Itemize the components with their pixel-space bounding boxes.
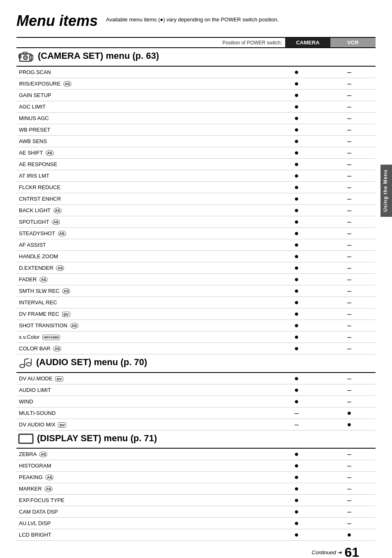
dv-badge: DV	[55, 376, 63, 382]
table-row: FLCKR REDUCE●–	[16, 182, 376, 193]
camera-availability: ●	[270, 239, 323, 251]
as-badge: AS	[52, 219, 60, 225]
menu-item-name: D.EXTENDER AS	[16, 262, 270, 274]
vcr-availability: –	[323, 170, 376, 182]
svg-point-9	[26, 363, 31, 366]
vcr-availability: –	[323, 331, 376, 343]
table-row: SPOTLIGHT AS●–	[16, 216, 376, 228]
vcr-availability: –	[323, 228, 376, 239]
as-badge: AS	[45, 475, 53, 480]
camera-availability: ●	[270, 320, 323, 331]
table-row: x.v.Color HDV1080i●–	[16, 331, 376, 343]
camera-availability: ●	[270, 448, 323, 460]
vcr-availability: –	[323, 90, 376, 101]
camera-availability: ●	[270, 384, 323, 396]
camera-availability: ●	[270, 216, 323, 228]
camera-availability: ●	[270, 136, 323, 147]
table-row: EXP.FOCUS TYPE●–	[16, 495, 376, 506]
header-description: Available menu items (●) vary depending …	[106, 16, 279, 24]
svg-point-3	[23, 56, 28, 60]
vcr-availability: –	[323, 262, 376, 274]
as-badge: AS	[53, 208, 62, 213]
dv-badge: DV	[58, 422, 66, 428]
menu-item-name: STEADYSHOT AS	[16, 228, 270, 239]
svg-rect-11	[19, 434, 33, 443]
as-badge: AS	[39, 277, 48, 282]
svg-point-6	[20, 364, 25, 368]
table-row: SMTH SLW REC AS●–	[16, 285, 376, 297]
table-row: DV AUDIO MIX DV–●	[16, 419, 376, 431]
table-row: AE SHIFT AS●–	[16, 147, 376, 159]
as-badge: AS	[56, 265, 64, 271]
table-row: STEADYSHOT AS●–	[16, 228, 376, 239]
table-row: FADER AS●–	[16, 274, 376, 285]
camera-availability: ●	[270, 518, 323, 529]
camera-column-header: CAMERA	[285, 38, 330, 47]
section-header-display_set: (DISPLAY SET) menu (p. 71)	[16, 431, 376, 449]
camera-availability: ●	[270, 274, 323, 285]
menu-item-name: HISTOGRAM	[16, 460, 270, 472]
vcr-availability: –	[323, 159, 376, 170]
table-row: WB PRESET●–	[16, 124, 376, 136]
vcr-availability: –	[323, 343, 376, 354]
section-title-audio_set: (AUDIO SET) menu (p. 70)	[36, 357, 147, 367]
hdv-badge: HDV1080i	[42, 335, 60, 340]
camera-availability: ●	[270, 308, 323, 320]
as-badge: AS	[44, 486, 53, 492]
table-row: CNTRST ENHCR●–	[16, 193, 376, 205]
menu-item-name: DV AU.MODE DV	[16, 373, 270, 384]
table-row: SHOT TRANSITION AS●–	[16, 320, 376, 331]
vcr-availability: –	[323, 147, 376, 159]
footer: Continued ➜ 61	[16, 545, 376, 558]
as-badge: AS	[46, 150, 54, 156]
camera-availability: ●	[270, 124, 323, 136]
table-row: BACK LIGHT AS●–	[16, 205, 376, 216]
camera-availability: ●	[270, 147, 323, 159]
menu-item-name: AT IRIS LMT	[16, 170, 270, 182]
menu-item-name: AWB SENS	[16, 136, 270, 147]
camera-availability: ●	[270, 506, 323, 518]
menu-item-name: ZEBRA AS	[16, 448, 270, 460]
camera-availability: ●	[270, 529, 323, 541]
menu-item-name: CNTRST ENHCR	[16, 193, 270, 205]
power-switch-header: Position of POWER switch: CAMERA VCR	[16, 37, 376, 47]
camera-availability: ●	[270, 205, 323, 216]
camera-availability: ●	[270, 297, 323, 308]
table-row: AWB SENS●–	[16, 136, 376, 147]
table-row: LCD BRIGHT●●	[16, 529, 376, 541]
section-title-camera_set: (CAMERA SET) menu (p. 63)	[38, 51, 159, 61]
menu-item-name: HANDLE ZOOM	[16, 251, 270, 262]
vcr-availability: –	[323, 396, 376, 408]
table-row: CAM DATA DSP●–	[16, 506, 376, 518]
table-row: WIND●–	[16, 396, 376, 408]
vcr-availability: –	[323, 460, 376, 472]
table-row: PROG.SCAN●–	[16, 66, 376, 78]
menu-item-name: INTERVAL REC	[16, 297, 270, 308]
vcr-availability: –	[323, 193, 376, 205]
menu-item-name: AE RESPONSE	[16, 159, 270, 170]
table-row: HANDLE ZOOM●–	[16, 251, 376, 262]
menu-item-name: FLCKR REDUCE	[16, 182, 270, 193]
menu-item-name: DV AUDIO MIX DV	[16, 419, 270, 431]
table-row: AE RESPONSE●–	[16, 159, 376, 170]
power-switch-label: Position of POWER switch:	[222, 40, 282, 46]
vcr-availability: –	[323, 320, 376, 331]
menu-item-name: AUDIO LIMIT	[16, 384, 270, 396]
as-badge: AS	[39, 451, 47, 457]
table-row: PEAKING AS●–	[16, 472, 376, 483]
continued-label: Continued ➜	[312, 549, 342, 556]
menu-item-name: MULTI-SOUND	[16, 408, 270, 419]
menu-item-name: WB PRESET	[16, 124, 270, 136]
camera-availability: ●	[270, 373, 323, 384]
menu-item-name: MINUS AGC	[16, 113, 270, 124]
camera-availability: ●	[270, 101, 323, 113]
vcr-column-header: VCR	[330, 38, 376, 47]
as-badge: AS	[58, 231, 66, 236]
menu-item-name: AU.LVL DISP	[16, 518, 270, 529]
table-row: HISTOGRAM●–	[16, 460, 376, 472]
table-row: IRIS/EXPOSURE AS●–	[16, 78, 376, 90]
as-badge: AS	[70, 323, 78, 329]
dv-badge: DV	[62, 312, 70, 317]
camera-availability: ●	[270, 182, 323, 193]
menu-item-name: SMTH SLW REC AS	[16, 285, 270, 297]
